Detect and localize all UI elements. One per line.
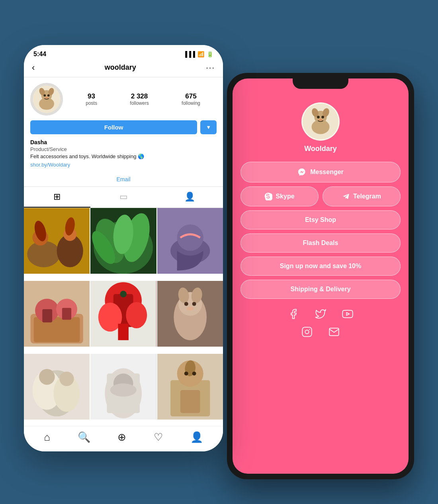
follow-row: Follow ▼ [30,120,217,134]
follow-dropdown-button[interactable]: ▼ [200,120,217,134]
avatar [30,83,63,116]
tag-icon: 👤 [184,192,195,203]
posts-count: 93 [88,92,95,100]
wifi-icon: 📶 [197,51,204,57]
twitter-icon[interactable] [315,308,326,322]
flash-deals-button[interactable]: Flash Deals [241,233,401,253]
tab-tagged[interactable]: 👤 [156,187,223,208]
tabs-row: ⊞ ▭ 👤 [24,187,223,208]
messenger-button[interactable]: Messenger [241,162,401,182]
heart-nav-icon[interactable]: ♡ [154,431,163,443]
etsy-button[interactable]: Etsy Shop [241,210,401,229]
flash-deals-label: Flash Deals [303,239,338,247]
svg-rect-74 [302,327,311,336]
etsy-label: Etsy Shop [305,216,336,224]
grid-cell-6[interactable] [157,281,223,347]
grid-cell-3[interactable] [157,208,223,274]
add-nav-icon[interactable]: ⊕ [117,431,126,443]
back-button[interactable]: ‹ [32,63,35,73]
follow-button[interactable]: Follow [30,120,197,134]
nav-bar: ‹ wooldary ··· [24,60,223,77]
grid-cell-7[interactable] [24,354,90,420]
svg-rect-38 [118,324,129,340]
phones-container: 5:44 ▐▐▐ 📶 🔋 ‹ wooldary ··· [24,45,414,483]
svg-point-63 [192,371,196,375]
svg-point-52 [59,371,74,386]
pink-phone: Wooldary Messenger Skype [227,73,414,479]
status-icons: ▐▐▐ 📶 🔋 [183,51,213,57]
svg-point-37 [126,302,147,328]
pink-screen: Wooldary Messenger Skype [233,78,409,474]
shipping-button[interactable]: Shipping & Delivery [241,280,401,299]
grid-cell-2[interactable] [90,208,156,274]
following-label: following [182,100,200,106]
svg-point-57 [110,383,137,396]
posts-label: posts [86,100,97,106]
right-username: Wooldary [304,145,337,153]
grid-cell-8[interactable] [90,354,156,420]
youtube-icon[interactable] [342,308,353,322]
profile-username: wooldary [105,63,136,72]
svg-point-7 [45,97,48,98]
signal-icon: ▐▐▐ [183,51,195,57]
svg-point-10 [27,241,60,267]
instagram-icon[interactable] [301,326,313,340]
bio-name: Dasha [30,139,217,145]
svg-marker-73 [346,312,349,315]
svg-point-45 [192,302,196,306]
posts-stat: 93 posts [86,92,97,106]
svg-point-76 [309,329,310,329]
svg-point-5 [43,94,46,96]
photo-grid [24,208,223,426]
search-nav-icon[interactable]: 🔍 [78,431,90,443]
status-time: 5:44 [33,51,46,58]
svg-rect-29 [42,309,52,322]
signup-button[interactable]: Sign up now and save 10% [241,257,401,276]
profile-nav-icon[interactable]: 👤 [190,431,203,443]
tab-grid[interactable]: ⊞ [24,187,90,208]
svg-point-44 [184,302,188,306]
mail-icon[interactable] [328,326,340,340]
followers-stat[interactable]: 2 328 followers [130,92,149,106]
skype-button[interactable]: Skype [241,186,319,206]
bio-text: Felt accessories and toys. Worldwide shi… [30,153,217,159]
svg-point-46 [187,306,194,310]
profile-stats: 93 posts 2 328 followers 675 following [69,92,217,106]
grid-cell-4[interactable] [24,281,90,347]
list-icon: ▭ [119,192,128,203]
svg-point-71 [321,116,324,118]
notch [293,78,348,89]
more-button[interactable]: ··· [206,63,215,72]
social-icons-row1 [288,308,353,322]
skype-label: Skype [276,193,294,200]
email-button[interactable]: Email [24,172,223,187]
facebook-icon[interactable] [288,308,299,322]
battery-icon: 🔋 [207,51,213,57]
grid-cell-9[interactable] [157,354,223,420]
grid-icon: ⊞ [53,192,61,202]
svg-point-6 [47,94,50,96]
followers-label: followers [130,100,149,106]
home-nav-icon[interactable]: ⌂ [44,431,50,443]
svg-point-70 [317,116,320,118]
instagram-phone: 5:44 ▐▐▐ 📶 🔋 ‹ wooldary ··· [24,45,223,451]
bio-category: Product/Service [30,146,217,152]
social-icons-row2 [301,326,340,340]
signup-label: Sign up now and save 10% [280,263,362,270]
grid-cell-1[interactable] [24,208,90,274]
skype-telegram-row: Skype Telegram [241,186,401,206]
svg-point-35 [120,290,127,297]
following-stat[interactable]: 675 following [182,92,200,106]
tab-list[interactable]: ▭ [90,187,157,208]
svg-rect-27 [34,317,80,342]
bio-link[interactable]: shor.by/Wooldary [30,162,70,168]
telegram-button[interactable]: Telegram [323,186,401,206]
svg-point-62 [184,371,188,375]
right-avatar [301,102,340,141]
svg-point-51 [39,369,55,385]
status-bar: 5:44 ▐▐▐ 📶 🔋 [24,45,223,60]
svg-point-75 [305,330,309,333]
grid-cell-5[interactable] [90,281,156,347]
svg-point-72 [319,119,323,121]
telegram-label: Telegram [353,193,381,200]
